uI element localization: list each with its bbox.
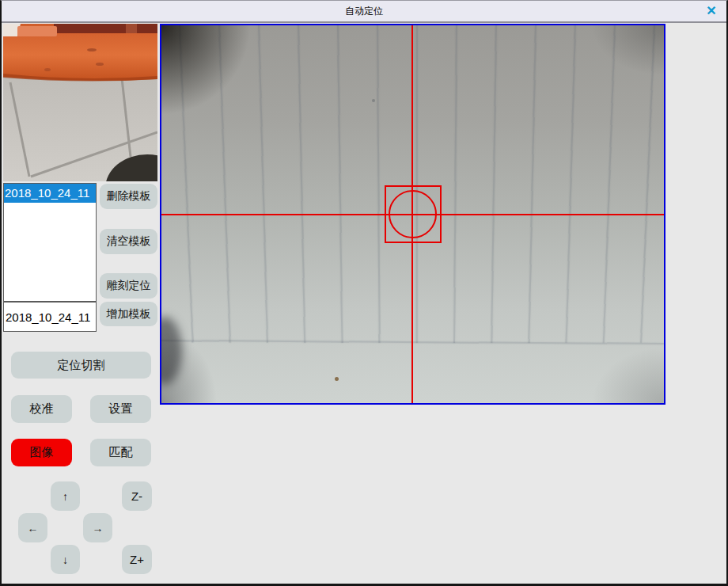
left-arrow-icon: ← [28,522,39,535]
calibrate-button[interactable]: 校准 [11,395,72,423]
up-arrow-icon: ↑ [63,490,68,503]
jog-z-minus-button[interactable]: Z- [122,481,152,511]
position-cut-button[interactable]: 定位切割 [11,352,151,379]
camera-feed [161,25,664,403]
down-arrow-icon: ↓ [63,554,68,566]
image-button[interactable]: 图像 [11,439,72,466]
jog-down-button[interactable]: ↓ [51,545,80,574]
roi-circle [389,190,437,238]
match-button[interactable]: 匹配 [90,439,151,466]
delete-template-button[interactable]: 删除模板 [100,184,157,209]
template-preview-image [3,24,157,181]
template-list-item[interactable]: 2018_10_24_11 [4,184,96,203]
dialog-title: 自动定位 [345,5,383,18]
auto-position-dialog: 自动定位 ✕ [0,0,728,586]
close-button[interactable]: ✕ [701,2,722,21]
template-list[interactable]: 2018_10_24_11 [3,183,97,302]
template-preview-photo [3,24,157,181]
add-template-button[interactable]: 增加模板 [100,302,157,326]
settings-button[interactable]: 设置 [90,395,151,423]
jog-z-plus-button[interactable]: Z+ [122,545,152,574]
right-arrow-icon: → [93,522,104,535]
engrave-position-button[interactable]: 雕刻定位 [100,273,157,299]
clear-templates-button[interactable]: 清空模板 [100,229,157,254]
template-name-input[interactable] [3,302,97,332]
close-icon: ✕ [706,5,716,17]
jog-right-button[interactable]: → [83,513,112,542]
jog-up-button[interactable]: ↑ [51,481,80,511]
camera-view[interactable] [160,24,665,405]
title-bar[interactable]: 自动定位 ✕ [2,1,726,23]
jog-left-button[interactable]: ← [18,513,47,542]
